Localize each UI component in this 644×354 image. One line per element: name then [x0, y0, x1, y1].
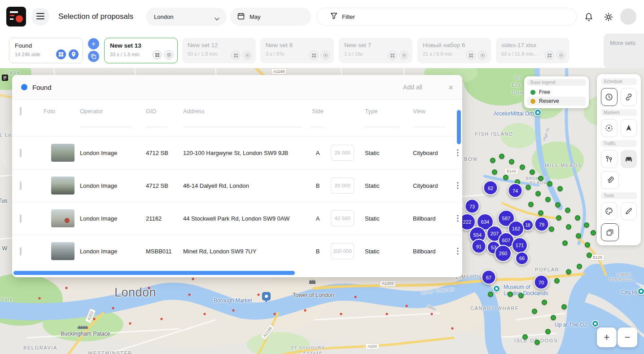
- free-side-marker[interactable]: [591, 230, 596, 235]
- row-checkbox[interactable]: [20, 214, 22, 223]
- schedule-button[interactable]: [601, 88, 618, 106]
- free-side-marker[interactable]: [542, 300, 547, 305]
- free-side-marker[interactable]: [503, 175, 508, 180]
- orbit-icon[interactable]: [534, 109, 542, 116]
- settings-button[interactable]: [603, 12, 614, 22]
- filter-underline[interactable]: [365, 127, 400, 127]
- free-side-marker[interactable]: [554, 278, 560, 283]
- free-side-marker[interactable]: [584, 222, 589, 228]
- free-side-marker[interactable]: [492, 169, 497, 175]
- navigate-button[interactable]: [621, 119, 637, 137]
- traffic-light-button[interactable]: [601, 150, 618, 168]
- free-side-marker[interactable]: [557, 186, 563, 191]
- cluster-marker[interactable]: 66: [515, 252, 529, 265]
- set-card-sides-17[interactable]: sides-17.xlsx 63 s / 21.8 min...: [496, 38, 570, 63]
- row-menu-icon[interactable]: [453, 182, 462, 189]
- free-side-marker[interactable]: [532, 309, 537, 314]
- free-side-marker[interactable]: [587, 252, 592, 258]
- table-row[interactable]: London Image 4712 SB 46-14 Dalyell Rd, L…: [12, 169, 462, 202]
- row-checkbox[interactable]: [20, 181, 22, 190]
- zoom-out-button[interactable]: −: [618, 327, 637, 347]
- free-side-marker[interactable]: [520, 164, 525, 170]
- free-side-marker[interactable]: [566, 224, 571, 230]
- set-table-icon[interactable]: [231, 51, 240, 60]
- app-logo[interactable]: [6, 7, 26, 27]
- set-target-icon[interactable]: [399, 51, 408, 60]
- more-sets-button[interactable]: More sets: [604, 34, 644, 68]
- city-hall-icon[interactable]: [637, 288, 644, 295]
- legend-item-free[interactable]: Free: [527, 88, 586, 97]
- city-select[interactable]: London: [146, 8, 227, 26]
- column-type[interactable]: Type: [365, 108, 377, 115]
- add-set-button[interactable]: +: [88, 38, 99, 49]
- free-side-marker[interactable]: [545, 329, 551, 334]
- free-side-marker[interactable]: [576, 233, 581, 239]
- cluster-marker[interactable]: 91: [472, 239, 486, 254]
- museum-icon[interactable]: [493, 285, 500, 292]
- close-icon[interactable]: ×: [448, 83, 453, 92]
- free-side-marker[interactable]: [565, 208, 570, 213]
- free-side-marker[interactable]: [528, 202, 534, 207]
- free-side-marker[interactable]: [555, 202, 561, 208]
- tower-of-london-icon[interactable]: [309, 278, 316, 286]
- legend-item-reserve[interactable]: Reserve: [527, 97, 586, 106]
- set-table-icon[interactable]: [466, 51, 475, 60]
- column-view[interactable]: View: [413, 108, 425, 115]
- cell-price[interactable]: 25 000: [331, 145, 354, 161]
- free-side-marker[interactable]: [575, 215, 580, 221]
- table-row[interactable]: London Image 21162 44 Stockwell Park Rd,…: [12, 202, 462, 235]
- filter-underline[interactable]: [80, 127, 131, 127]
- free-side-marker[interactable]: [577, 264, 582, 269]
- free-side-marker[interactable]: [488, 292, 493, 297]
- filter-underline[interactable]: [183, 127, 302, 127]
- free-side-marker[interactable]: [556, 215, 561, 221]
- horizontal-scrollbar[interactable]: [13, 271, 295, 275]
- free-side-marker[interactable]: [499, 154, 504, 159]
- filter-search-bar[interactable]: Filter: [316, 8, 577, 26]
- cell-price[interactable]: 200 000: [331, 243, 354, 259]
- free-side-marker[interactable]: [508, 292, 513, 297]
- map-area[interactable]: London PARK SL Lo Tus e W e Park BELGRAV…: [0, 68, 644, 354]
- avatar[interactable]: [620, 9, 636, 25]
- free-side-marker[interactable]: [509, 159, 514, 164]
- filter-underline[interactable]: [311, 127, 324, 127]
- vertical-scrollbar[interactable]: [457, 110, 461, 144]
- cluster-marker[interactable]: 79: [534, 217, 549, 232]
- set-target-icon[interactable]: [164, 50, 173, 59]
- row-checkbox[interactable]: [20, 247, 22, 256]
- cluster-marker[interactable]: 260: [495, 245, 512, 262]
- free-side-marker[interactable]: [522, 334, 528, 340]
- set-table-ic[interactable]: [545, 51, 554, 60]
- filter-underline[interactable]: [413, 127, 445, 127]
- set-card-new-set-8[interactable]: New set 8 3 s / 97к: [260, 38, 334, 63]
- filter-underline[interactable]: [146, 127, 167, 127]
- cluster-marker[interactable]: 74: [508, 183, 523, 198]
- cell-price[interactable]: 42 500: [331, 210, 354, 226]
- set-target-icon[interactable]: [556, 51, 565, 60]
- table-row[interactable]: London Image MSBB011 Minet Rd, London SW…: [12, 235, 462, 267]
- set-card-novyi-nabor-6[interactable]: Новый набор 6 21 s / 9.9 min: [417, 38, 491, 63]
- free-side-marker[interactable]: [562, 240, 568, 246]
- free-side-marker[interactable]: [535, 191, 541, 196]
- column-address[interactable]: Address: [183, 108, 205, 115]
- free-side-marker[interactable]: [490, 158, 495, 163]
- month-select[interactable]: May: [230, 8, 311, 26]
- layers-button[interactable]: [601, 223, 619, 241]
- set-table-icon[interactable]: [153, 50, 162, 59]
- row-menu-icon[interactable]: [453, 149, 462, 156]
- free-side-marker[interactable]: [526, 185, 531, 190]
- free-side-marker[interactable]: [545, 197, 551, 202]
- buckingham-palace-icon[interactable]: [77, 323, 89, 331]
- palette-button[interactable]: [601, 202, 618, 220]
- cell-price[interactable]: 20 000: [331, 177, 354, 194]
- found-card[interactable]: Found 14 246 side: [9, 38, 83, 63]
- set-table-icon[interactable]: [388, 51, 397, 60]
- set-card-new-set-7[interactable]: New set 7 1 s / 16к: [339, 38, 412, 63]
- car-button[interactable]: [621, 150, 637, 168]
- notifications-button[interactable]: [583, 12, 594, 22]
- cluster-marker[interactable]: 67: [482, 270, 496, 285]
- set-target-icon[interactable]: [243, 51, 252, 60]
- free-side-marker[interactable]: [561, 304, 567, 310]
- table-row[interactable]: London Image 4712 SB 120-100 Hargwyne St…: [12, 136, 462, 169]
- row-menu-icon[interactable]: [453, 215, 462, 222]
